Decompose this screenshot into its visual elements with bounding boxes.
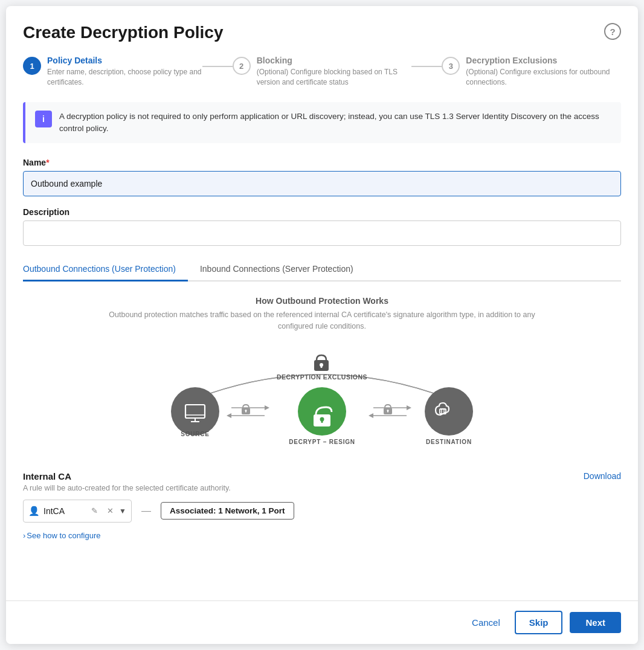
name-label: Name* xyxy=(23,158,621,167)
description-label: Description xyxy=(23,207,621,217)
step-3-desc: (Optional) Configure exclusions for outb… xyxy=(466,67,621,88)
svg-rect-17 xyxy=(387,410,388,412)
ca-row: 👤 IntCA ✎ ✕ ▼ — Associated: 1 Network, 1… xyxy=(23,500,621,523)
tab-outbound[interactable]: Outbound Connections (User Protection) xyxy=(23,258,188,282)
configure-link[interactable]: › See how to configure xyxy=(23,531,100,540)
info-banner: i A decryption policy is not required to… xyxy=(23,102,621,144)
modal-footer: Cancel Skip Next xyxy=(6,600,638,644)
step-2: 2 Blocking (Optional) Configure blocking… xyxy=(233,56,412,88)
step-2-content: Blocking (Optional) Configure blocking b… xyxy=(257,56,412,88)
ca-edit-button[interactable]: ✎ xyxy=(88,504,101,518)
step-1-circle: 1 xyxy=(23,57,41,75)
user-icon: 👤 xyxy=(28,506,40,516)
info-banner-text: A decryption policy is not required to o… xyxy=(59,111,611,135)
help-icon[interactable]: ? xyxy=(604,23,621,40)
svg-marker-7 xyxy=(227,413,231,418)
svg-marker-5 xyxy=(265,405,269,410)
svg-point-24 xyxy=(298,387,346,436)
skip-button[interactable]: Skip xyxy=(515,611,563,634)
step-2-title: Blocking xyxy=(257,56,412,65)
name-input[interactable] xyxy=(23,171,621,196)
diagram-svg: DECRYPTION EXCLUSIONS xyxy=(23,344,621,453)
step-1-desc: Enter name, description, choose policy t… xyxy=(47,67,202,88)
internal-ca-title: Internal CA xyxy=(23,471,71,481)
svg-text:SOURCE: SOURCE xyxy=(181,431,210,437)
download-link[interactable]: Download xyxy=(584,471,621,481)
step-2-desc: (Optional) Configure blocking based on T… xyxy=(257,67,412,88)
step-1: 1 Policy Details Enter name, description… xyxy=(23,56,202,88)
step-line-1 xyxy=(202,66,233,67)
ca-separator: — xyxy=(141,506,151,516)
modal-header: Create Decryption Policy ? xyxy=(23,23,621,42)
svg-text:DESTINATION: DESTINATION xyxy=(426,439,472,445)
svg-text:DECRYPTION EXCLUSIONS: DECRYPTION EXCLUSIONS xyxy=(277,373,367,381)
associated-badge: Associated: 1 Network, 1 Port xyxy=(161,502,294,520)
connection-tabs: Outbound Connections (User Protection) I… xyxy=(23,258,621,282)
ca-select-actions: ✎ ✕ ▼ xyxy=(88,504,126,518)
step-1-title: Policy Details xyxy=(47,56,202,65)
internal-ca-header: Internal CA Download xyxy=(23,471,621,481)
svg-point-18 xyxy=(171,387,219,436)
step-3: 3 Decryption Exclusions (Optional) Confi… xyxy=(442,56,621,88)
stepper: 1 Policy Details Enter name, description… xyxy=(23,56,621,88)
step-3-circle: 3 xyxy=(442,57,460,75)
description-input[interactable] xyxy=(23,220,621,246)
ca-select[interactable]: 👤 IntCA ✎ ✕ ▼ xyxy=(23,500,132,523)
step-2-circle: 2 xyxy=(233,57,251,75)
svg-rect-27 xyxy=(321,419,323,423)
next-button[interactable]: Next xyxy=(570,612,621,633)
cancel-button[interactable]: Cancel xyxy=(465,613,507,632)
svg-marker-14 xyxy=(369,413,373,418)
svg-rect-10 xyxy=(245,410,246,412)
svg-rect-2 xyxy=(321,365,323,368)
ca-value: IntCA xyxy=(43,506,84,516)
tab-inbound[interactable]: Inbound Connections (Server Protection) xyxy=(200,258,365,282)
ca-chevron-icon[interactable]: ▼ xyxy=(119,507,126,515)
create-decryption-policy-modal: Create Decryption Policy ? 1 Policy Deta… xyxy=(6,6,638,644)
info-icon: i xyxy=(35,111,52,127)
diagram-title: How Outbound Protection Works xyxy=(23,296,621,306)
step-1-content: Policy Details Enter name, description, … xyxy=(47,56,202,88)
svg-text:DECRYPT – RESIGN: DECRYPT – RESIGN xyxy=(289,439,355,445)
internal-ca-desc: A rule will be auto-created for the sele… xyxy=(23,484,621,492)
step-line-2 xyxy=(411,66,442,67)
diagram-section: How Outbound Protection Works Outbound p… xyxy=(23,296,621,453)
ca-clear-button[interactable]: ✕ xyxy=(103,504,117,518)
step-3-content: Decryption Exclusions (Optional) Configu… xyxy=(466,56,621,88)
svg-marker-12 xyxy=(407,405,411,410)
diagram-desc: Outbound protection matches traffic base… xyxy=(95,309,549,332)
step-3-title: Decryption Exclusions xyxy=(466,56,621,65)
page-title: Create Decryption Policy xyxy=(23,23,223,42)
